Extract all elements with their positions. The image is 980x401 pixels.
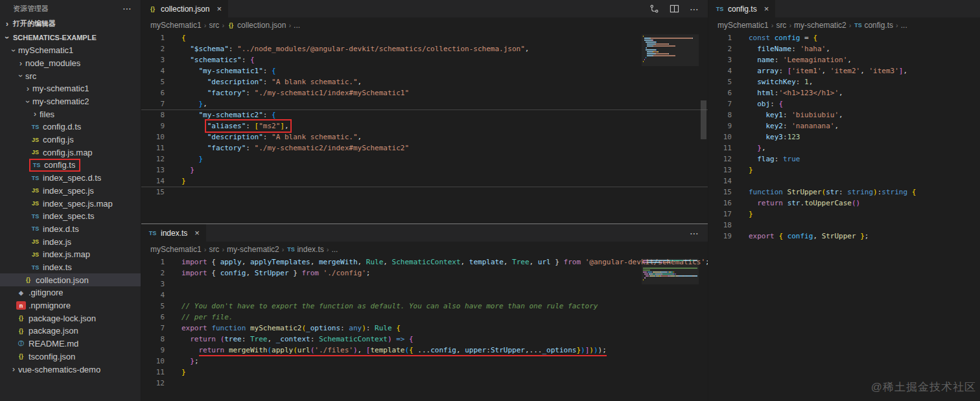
breadcrumb-item[interactable]: ... — [901, 21, 907, 30]
code-line[interactable]: // You don't have to export the function… — [181, 301, 708, 312]
tree-item-src[interactable]: ›src — [0, 69, 141, 82]
code-line[interactable]: export function mySchematic2(_options: a… — [181, 323, 708, 334]
code-line[interactable]: name: 'Leemagination', — [749, 54, 916, 65]
tree-item-.gitignore[interactable]: ◆.gitignore — [0, 286, 141, 299]
open-editors-section[interactable]: › 打开的编辑器 — [0, 17, 141, 30]
code-line[interactable]: const config = { — [749, 32, 916, 43]
code-line[interactable]: html:'<h1>123</h1>', — [749, 87, 916, 98]
tree-item-index_spec.d.ts[interactable]: TSindex_spec.d.ts — [0, 172, 141, 185]
code-lines[interactable]: import { apply, applyTemplates, mergeWit… — [181, 257, 708, 401]
scrollbar-thumb[interactable] — [701, 100, 706, 139]
code-line[interactable]: // per file. — [181, 312, 708, 323]
breadcrumb-item[interactable]: src — [209, 21, 219, 30]
tree-item-my-schematic2[interactable]: ›my-schematic2 — [0, 95, 141, 108]
code-line[interactable]: obj: { — [749, 98, 916, 109]
code-line[interactable]: "description": "A blank schematic.", — [181, 132, 529, 143]
code-line[interactable]: key3:123 — [749, 132, 916, 143]
tab-collection-json[interactable]: {} collection.json × — [141, 0, 228, 17]
code-line[interactable] — [181, 279, 708, 290]
code-line[interactable]: array: ['item1', 'item2', 'item3'], — [749, 65, 916, 76]
code-line[interactable]: } — [181, 154, 529, 165]
close-tab-icon[interactable]: × — [764, 4, 769, 14]
code-line[interactable] — [749, 176, 916, 187]
code-line[interactable]: "my-schematic2": { — [181, 109, 529, 120]
code-line[interactable]: "factory": "./my-schematic2/index#mySche… — [181, 143, 529, 154]
breadcrumb-item[interactable]: src — [776, 21, 786, 30]
tree-item-config.ts[interactable]: TSconfig.ts — [0, 159, 141, 172]
code-line[interactable]: key2: 'nananana', — [749, 120, 916, 132]
code-line[interactable]: } — [181, 176, 529, 187]
code-line[interactable]: return mergeWith(apply(url('./files'), [… — [181, 345, 708, 356]
code-line[interactable]: } — [181, 367, 708, 378]
tree-item-package.json[interactable]: {}package.json — [0, 325, 141, 338]
workspace-root-section[interactable]: › SCHEMATICS-EXAMPLE — [0, 30, 141, 44]
breadcrumb-item[interactable]: my-schematic2 — [794, 21, 846, 30]
tree-item-files[interactable]: ›files — [0, 108, 141, 120]
tree-item-config.d.ts[interactable]: TSconfig.d.ts — [0, 120, 141, 133]
explorer-more-actions-icon[interactable]: ⋯ — [122, 3, 132, 14]
code-line[interactable]: }, — [181, 98, 529, 109]
tree-item-collection.json[interactable]: {}collection.json — [0, 273, 141, 286]
tree-item-index.ts[interactable]: TSindex.ts — [0, 261, 141, 274]
breadcrumb-item[interactable]: ... — [331, 245, 338, 254]
split-editor-icon[interactable] — [670, 4, 679, 14]
more-actions-icon[interactable]: ⋯ — [690, 228, 699, 238]
tree-item-index_spec.ts[interactable]: TSindex_spec.ts — [0, 210, 141, 223]
tree-item-vue-schematics-demo[interactable]: ›vue-schematics-demo — [0, 363, 141, 376]
breadcrumb-item[interactable]: mySchematic1 — [150, 245, 202, 254]
tab-config-ts[interactable]: TS config.ts × — [708, 0, 775, 17]
code-line[interactable]: } — [749, 209, 916, 220]
minimap[interactable] — [642, 34, 699, 66]
tab-index-ts[interactable]: TS index.ts × — [141, 224, 206, 242]
code-lines[interactable]: const config = { fileName: 'haha', name:… — [749, 32, 916, 401]
close-tab-icon[interactable]: × — [194, 228, 200, 238]
close-tab-icon[interactable]: × — [216, 4, 222, 14]
code-line[interactable] — [181, 290, 708, 301]
code-line[interactable]: } — [749, 165, 916, 176]
code-line[interactable]: switchKey: 1, — [749, 76, 916, 87]
tree-item-package-lock.json[interactable]: {}package-lock.json — [0, 312, 141, 325]
tree-item-config.js[interactable]: JSconfig.js — [0, 133, 141, 146]
breadcrumb-item[interactable]: mySchematic1 — [150, 21, 202, 30]
breadcrumb-item[interactable]: collection.json — [237, 21, 286, 30]
tree-item-index_spec.js[interactable]: JSindex_spec.js — [0, 185, 141, 198]
tree-item-index.js.map[interactable]: JSindex.js.map — [0, 248, 141, 261]
code-line[interactable]: export { config, StrUpper }; — [749, 231, 916, 242]
code-line[interactable]: import { apply, applyTemplates, mergeWit… — [181, 257, 708, 268]
code-line[interactable]: "schematics": { — [181, 54, 529, 65]
code-line[interactable]: function StrUpper(str: string):string { — [749, 187, 916, 198]
code-line[interactable] — [181, 187, 529, 198]
tree-item-config.js.map[interactable]: JSconfig.js.map — [0, 146, 141, 159]
code-line[interactable]: import { config, StrUpper } from './conf… — [181, 268, 708, 279]
tree-item-README.md[interactable]: ⓘREADME.md — [0, 338, 141, 350]
tree-item-index.js[interactable]: JSindex.js — [0, 235, 141, 248]
tree-item-tsconfig.json[interactable]: {}tsconfig.json — [0, 350, 141, 363]
breadcrumb-item[interactable]: config.ts — [864, 21, 893, 30]
code-line[interactable]: return str.toUpperCase() — [749, 198, 916, 209]
minimap[interactable] — [642, 258, 699, 284]
more-actions-icon[interactable]: ⋯ — [690, 4, 699, 14]
code-line[interactable]: } — [181, 165, 529, 176]
code-line[interactable]: "my-schematic1": { — [181, 65, 529, 76]
tree-item-.npmignore[interactable]: n.npmignore — [0, 299, 141, 312]
tree-item-mySchematic1[interactable]: ›mySchematic1 — [0, 44, 141, 57]
code-line[interactable]: flag: true — [749, 154, 916, 165]
code-line[interactable]: { — [181, 32, 529, 43]
breadcrumb-item[interactable]: src — [209, 245, 219, 254]
tree-item-node_modules[interactable]: ›node_modules — [0, 57, 141, 70]
code-line[interactable]: "aliases": ["ms2"], — [181, 120, 529, 132]
code-line[interactable]: "$schema": "../node_modules/@angular-dev… — [181, 43, 529, 54]
code-line[interactable] — [181, 378, 708, 389]
code-line[interactable] — [749, 220, 916, 231]
code-line[interactable]: "factory": "./my-schematic1/index#mySche… — [181, 87, 529, 98]
code-line[interactable]: "description": "A blank schematic.", — [181, 76, 529, 87]
code-line[interactable]: key1: 'biubiubiu', — [749, 109, 916, 120]
breadcrumb-item[interactable]: index.ts — [297, 245, 323, 254]
tree-item-my-schematic1[interactable]: ›my-schematic1 — [0, 82, 141, 95]
code-lines[interactable]: { "$schema": "../node_modules/@angular-d… — [181, 32, 529, 223]
tree-item-index.d.ts[interactable]: TSindex.d.ts — [0, 223, 141, 236]
code-line[interactable]: }, — [749, 143, 916, 154]
code-line[interactable]: }; — [181, 356, 708, 367]
tree-item-index_spec.js.map[interactable]: JSindex_spec.js.map — [0, 197, 141, 210]
code-line[interactable]: fileName: 'haha', — [749, 43, 916, 54]
